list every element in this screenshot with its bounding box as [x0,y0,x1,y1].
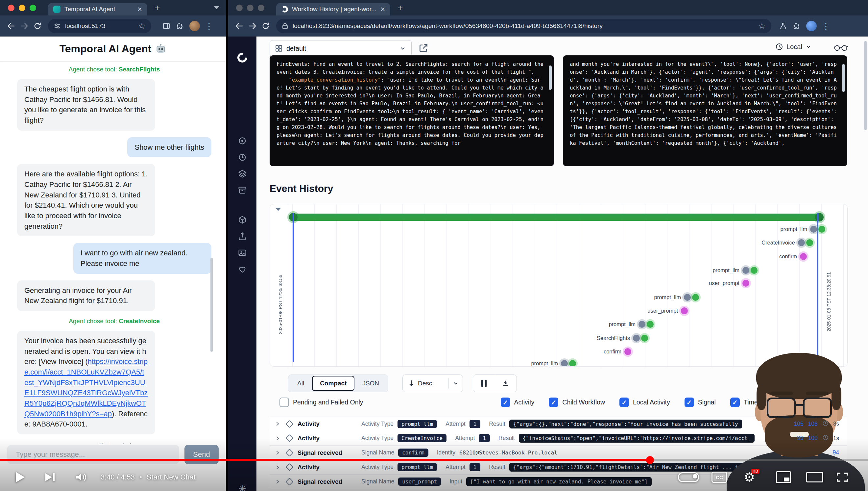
bookmark-star-icon[interactable]: ☆ [138,22,145,30]
history-row[interactable]: ActivityActivity TypeCreateInvoiceAttemp… [270,431,847,445]
video-progress-bar[interactable] [0,459,868,461]
event-id-link[interactable]: 94 [833,449,839,456]
pause-button[interactable] [473,375,495,392]
forward-button[interactable] [18,20,31,33]
nav-stack-icon[interactable] [237,168,248,179]
minimize-window-button[interactable] [19,5,25,11]
nav-workflows-icon[interactable] [237,135,248,146]
theater-button[interactable] [806,463,823,491]
event-id-link[interactable]: 99 [797,435,803,442]
expand-chevron-icon[interactable] [275,450,280,456]
type-filter-local-activity[interactable]: ✓Local Activity [619,398,670,407]
checkbox-checked-icon[interactable]: ✓ [619,398,629,407]
event-marker-icon[interactable] [569,360,576,367]
reload-button[interactable] [259,20,272,33]
profile-avatar[interactable] [189,21,200,31]
volume-button[interactable] [75,463,87,491]
labs-glasses-icon[interactable] [834,43,848,53]
type-filter-child-workflow[interactable]: ✓Child Workflow [549,398,605,407]
checkbox-unchecked-icon[interactable] [279,398,289,407]
nav-feedback-heart-icon[interactable] [237,264,248,275]
timeline-event-prompt_llm[interactable]: prompt_llm [780,226,825,233]
back-button[interactable] [5,20,18,33]
event-marker-icon[interactable] [818,226,825,233]
event-marker-icon[interactable] [624,348,631,355]
back-button[interactable] [233,20,246,33]
expand-chevron-icon[interactable] [275,436,280,441]
event-marker-icon[interactable] [742,267,749,274]
tab-close-icon[interactable]: × [137,5,142,13]
checkbox-checked-icon[interactable]: ✓ [501,398,510,407]
download-button[interactable] [495,375,517,392]
expand-chevron-icon[interactable] [275,421,280,427]
browser-menu-icon[interactable]: ⋮ [819,20,833,33]
event-id-link[interactable]: 105 [794,421,804,428]
settings-button[interactable]: ⚙HD [744,463,755,491]
checkbox-checked-icon[interactable]: ✓ [549,398,558,407]
minimize-window-button[interactable] [247,5,253,11]
view-option-all[interactable]: All [289,376,312,391]
checkbox-checked-icon[interactable]: ✓ [774,398,784,407]
event-marker-icon[interactable] [647,321,654,328]
code-scrollbar[interactable] [549,65,552,90]
event-marker-icon[interactable] [681,307,688,314]
autoplay-toggle[interactable] [678,463,699,491]
nav-codeblock-icon[interactable] [237,214,248,225]
sort-button[interactable]: Desc [402,375,463,392]
nav-gallery-icon[interactable] [237,247,248,258]
type-filter-activity[interactable]: ✓Activity [501,398,535,407]
address-bar[interactable]: localhost:8233/namespaces/default/workfl… [276,19,771,33]
new-tab-button[interactable]: + [398,3,403,13]
tab-close-icon[interactable]: × [380,5,385,13]
timeline-event-prompt_llm[interactable]: prompt_llm [712,267,757,274]
timeline-event-confirm[interactable]: confirm [779,253,807,260]
event-marker-icon[interactable] [751,267,757,274]
profile-avatar[interactable] [806,21,817,31]
fullscreen-button[interactable] [836,463,848,491]
play-button[interactable] [16,463,25,491]
site-settings-icon[interactable] [54,23,61,29]
code-scrollbar[interactable] [842,64,845,92]
event-marker-icon[interactable] [633,335,640,342]
timeline-event-prompt_llm[interactable]: prompt_llm [654,294,699,301]
event-marker-icon[interactable] [561,360,568,367]
invoice-link[interactable]: https://invoice.stripe.com/i/acct_1NBOLu… [24,357,148,417]
address-bar[interactable]: localhost:5173 ☆ [48,19,151,33]
history-row[interactable]: ActivityActivity Typeprompt_llmAttempt1R… [270,416,847,431]
event-marker-icon[interactable] [684,294,691,301]
nav-schedules-icon[interactable] [237,152,248,163]
namespace-select[interactable]: default [270,40,412,57]
page-scrollbar[interactable] [864,41,867,130]
message-input[interactable] [7,445,179,464]
history-row[interactable]: Signal receivedSignal NameconfirmIdentit… [270,445,847,460]
nav-import-icon[interactable] [237,231,248,242]
event-marker-icon[interactable] [806,239,813,246]
new-tab-button[interactable]: + [155,3,160,13]
event-marker-icon[interactable] [810,226,817,233]
open-namespace-icon[interactable] [418,43,429,55]
chapter-title[interactable]: Start New Chat [147,473,196,482]
view-option-json[interactable]: JSON [354,376,387,391]
side-panel-icon[interactable] [160,20,173,33]
event-marker-icon[interactable] [639,321,645,328]
forward-button[interactable] [246,20,259,33]
close-window-button[interactable] [8,5,14,11]
next-button[interactable] [45,463,55,491]
zoom-window-button[interactable] [30,5,36,11]
event-id-link[interactable]: 100 [808,435,818,442]
event-marker-icon[interactable] [800,253,807,260]
tab-workflow-history[interactable]: Workflow History | agent-wor... × [276,3,390,16]
timeline-event-prompt_llm[interactable]: prompt_llm [609,321,654,328]
view-option-compact[interactable]: Compact [312,376,354,391]
timeline-event-user_prompt[interactable]: user_prompt [647,307,688,314]
miniplayer-button[interactable] [776,463,791,491]
pending-failed-filter[interactable]: Pending and Failed Only [279,398,363,407]
type-filter-signal[interactable]: ✓Signal [685,398,716,407]
event-marker-icon[interactable] [692,294,699,301]
tab-temporal-ai-agent[interactable]: Temporal AI Agent × [48,3,147,16]
chevron-down-icon[interactable] [453,380,459,386]
browser-menu-icon[interactable]: ⋮ [203,20,216,33]
timeline-event-SearchFlights[interactable]: SearchFlights [597,335,648,342]
nav-archive-icon[interactable] [237,184,248,196]
event-marker-icon[interactable] [798,239,805,246]
